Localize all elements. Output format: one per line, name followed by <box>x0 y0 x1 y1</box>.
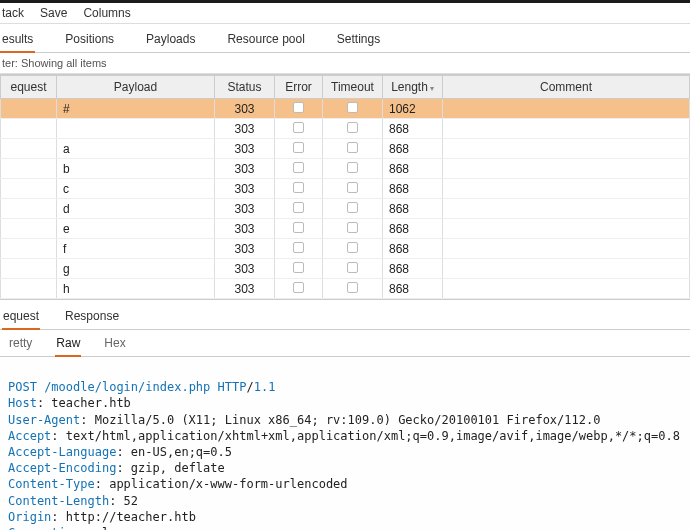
cell-status: 303 <box>215 219 275 239</box>
tab-pretty[interactable]: retty <box>8 333 33 356</box>
tab-hex[interactable]: Hex <box>103 333 126 356</box>
cell-payload: a <box>57 139 215 159</box>
table-row[interactable]: #3031062 <box>1 99 690 119</box>
col-payload[interactable]: Payload <box>57 76 215 99</box>
cell-comment <box>443 139 690 159</box>
col-timeout[interactable]: Timeout <box>323 76 383 99</box>
checkbox-icon <box>347 102 358 113</box>
col-status[interactable]: Status <box>215 76 275 99</box>
cell-comment <box>443 119 690 139</box>
cell-request <box>1 119 57 139</box>
table-row[interactable]: h303868 <box>1 279 690 299</box>
header-accept-encoding: Accept-Encoding <box>8 461 116 475</box>
checkbox-icon <box>347 162 358 173</box>
cell-timeout <box>323 119 383 139</box>
cell-length: 868 <box>383 199 443 219</box>
checkbox-icon <box>347 142 358 153</box>
checkbox-icon <box>293 142 304 153</box>
tab-positions[interactable]: Positions <box>63 28 116 52</box>
checkbox-icon <box>293 202 304 213</box>
raw-request[interactable]: POST /moodle/login/index.php HTTP/1.1 Ho… <box>0 357 690 530</box>
menu-columns[interactable]: Columns <box>83 6 130 20</box>
col-comment[interactable]: Comment <box>443 76 690 99</box>
checkbox-icon <box>293 222 304 233</box>
tab-settings[interactable]: Settings <box>335 28 382 52</box>
cell-comment <box>443 179 690 199</box>
menu-attack[interactable]: tack <box>2 6 24 20</box>
cell-status: 303 <box>215 259 275 279</box>
checkbox-icon <box>347 242 358 253</box>
cell-status: 303 <box>215 179 275 199</box>
cell-length: 1062 <box>383 99 443 119</box>
cell-timeout <box>323 159 383 179</box>
results-table: equest Payload Status Error Timeout Leng… <box>0 74 690 299</box>
checkbox-icon <box>293 262 304 273</box>
cell-length: 868 <box>383 139 443 159</box>
cell-error <box>275 159 323 179</box>
cell-request <box>1 259 57 279</box>
col-request[interactable]: equest <box>1 76 57 99</box>
cell-error <box>275 139 323 159</box>
checkbox-icon <box>293 282 304 293</box>
cell-length: 868 <box>383 159 443 179</box>
checkbox-icon <box>293 182 304 193</box>
cell-timeout <box>323 179 383 199</box>
table-row[interactable]: a303868 <box>1 139 690 159</box>
cell-comment <box>443 259 690 279</box>
cell-payload: c <box>57 179 215 199</box>
cell-status: 303 <box>215 139 275 159</box>
table-row[interactable]: d303868 <box>1 199 690 219</box>
checkbox-icon <box>347 202 358 213</box>
table-row[interactable]: 303868 <box>1 119 690 139</box>
tab-raw[interactable]: Raw <box>55 333 81 356</box>
cell-status: 303 <box>215 119 275 139</box>
cell-status: 303 <box>215 279 275 299</box>
table-row[interactable]: e303868 <box>1 219 690 239</box>
table-row[interactable]: f303868 <box>1 239 690 259</box>
format-tabs: retty Raw Hex <box>0 330 690 357</box>
header-content-type: Content-Type <box>8 477 95 491</box>
cell-timeout <box>323 219 383 239</box>
header-origin: Origin <box>8 510 51 524</box>
cell-error <box>275 219 323 239</box>
header-host: Host <box>8 396 37 410</box>
cell-payload: e <box>57 219 215 239</box>
sort-desc-icon: ▾ <box>430 84 434 93</box>
col-length[interactable]: Length▾ <box>383 76 443 99</box>
table-row[interactable]: g303868 <box>1 259 690 279</box>
cell-comment <box>443 239 690 259</box>
cell-length: 868 <box>383 259 443 279</box>
table-row[interactable]: c303868 <box>1 179 690 199</box>
filter-status[interactable]: ter: Showing all items <box>0 53 690 74</box>
cell-error <box>275 99 323 119</box>
menu-bar: tack Save Columns <box>0 3 690 24</box>
cell-length: 868 <box>383 239 443 259</box>
cell-timeout <box>323 139 383 159</box>
cell-payload: d <box>57 199 215 219</box>
cell-length: 868 <box>383 219 443 239</box>
tab-payloads[interactable]: Payloads <box>144 28 197 52</box>
cell-error <box>275 279 323 299</box>
tab-results[interactable]: esults <box>0 28 35 52</box>
checkbox-icon <box>293 242 304 253</box>
col-error[interactable]: Error <box>275 76 323 99</box>
checkbox-icon <box>293 102 304 113</box>
cell-comment <box>443 159 690 179</box>
cell-status: 303 <box>215 99 275 119</box>
cell-timeout <box>323 279 383 299</box>
checkbox-icon <box>347 122 358 133</box>
cell-request <box>1 219 57 239</box>
checkbox-icon <box>347 262 358 273</box>
cell-payload: b <box>57 159 215 179</box>
cell-timeout <box>323 99 383 119</box>
tab-resource-pool[interactable]: Resource pool <box>225 28 306 52</box>
cell-error <box>275 119 323 139</box>
cell-request <box>1 199 57 219</box>
tab-request[interactable]: equest <box>2 306 40 329</box>
menu-save[interactable]: Save <box>40 6 67 20</box>
tab-response[interactable]: Response <box>64 306 120 329</box>
table-row[interactable]: b303868 <box>1 159 690 179</box>
checkbox-icon <box>293 162 304 173</box>
checkbox-icon <box>293 122 304 133</box>
cell-comment <box>443 99 690 119</box>
